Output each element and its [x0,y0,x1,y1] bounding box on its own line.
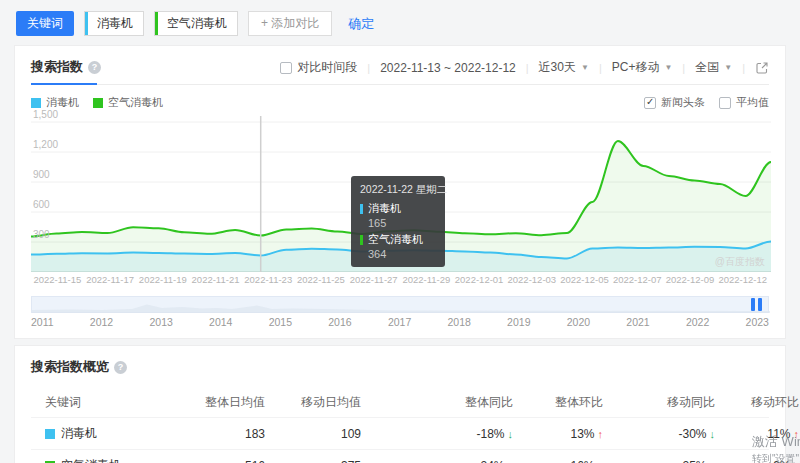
trend-cell: 24%↑ [480,459,513,463]
x-axis-label: 2022-11-23 [242,274,295,289]
time-range-select[interactable]: 近30天 ▼ [539,59,589,76]
year-label: 2016 [328,316,351,330]
active-tab-indicator [31,83,97,85]
device-select[interactable]: PC+移动 ▼ [612,59,673,76]
overall-avg-cell: 516 [199,459,265,463]
table-header-row: 关键词 整体日均值 移动日均值 整体同比 整体环比 移动同比 移动环比 [31,388,769,417]
trend-cell: 16%↑ [570,459,603,463]
keyword-input-1-value: 消毒机 [97,15,133,32]
compare-period-checkbox[interactable]: 对比时间段 [280,59,357,76]
timeline-minichart [32,298,770,313]
tooltip-series-2-value: 364 [368,248,436,260]
legend-item-2[interactable]: 空气消毒机 [93,95,163,110]
table-row[interactable]: 消毒机 183 109 -18%↓ 13%↑ -30%↓ 11%↑ [31,417,769,449]
chart-legend: 消毒机 空气消毒机 [31,95,163,110]
legend-row: 消毒机 空气消毒机 新闻头条 平均值 [31,95,769,110]
year-label: 2019 [507,316,530,330]
news-headlines-label: 新闻头条 [661,95,705,110]
add-compare-button[interactable]: + 添加对比 [248,11,332,36]
col-overall-daily-avg: 整体日均值 [199,394,265,411]
keyword-input-1[interactable]: 消毒机 [84,11,144,36]
divider: | [682,62,685,74]
keyword-cell: 空气消毒机 [61,457,121,463]
year-label: 2014 [209,316,232,330]
watermark-line-1: 激活 Win [752,433,800,451]
year-label: 2022 [686,316,709,330]
year-label: 2018 [448,316,471,330]
checkbox-icon[interactable] [280,62,292,74]
y-axis-tick: 1,200 [33,139,58,150]
region-value: 全国 [695,59,719,76]
chart-options: 新闻头条 平均值 [644,95,769,110]
table-row[interactable]: 空气消毒机 516 375 24%↑ 16%↑ 25%↑ 9%↑ [31,449,769,463]
x-axis-label: 2022-12-05 [558,274,611,289]
panel-header: 搜索指数 ? 对比时间段 | 2022-11-13 ~ 2022-12-12 |… [31,58,769,85]
x-axis-label: 2022-12-09 [664,274,717,289]
keyword-color-accent [155,12,158,35]
series-color-bar [360,235,363,245]
checkbox-icon[interactable] [719,97,731,109]
confirm-link[interactable]: 确定 [348,15,374,33]
overview-title: 搜索指数概览 [31,358,109,376]
year-label: 2021 [626,316,649,330]
mobile-avg-cell: 109 [265,427,361,441]
overall-avg-cell: 183 [199,427,265,441]
export-icon[interactable] [755,61,769,75]
compare-period-label: 对比时间段 [297,59,357,76]
watermark-line-2: 转到"设置"以 [752,452,800,463]
tooltip-series-name: 空气消毒机 [368,232,423,247]
timeline-slider[interactable] [31,296,769,313]
tooltip-date: 2022-11-22 星期二 [360,183,436,197]
keyword-button[interactable]: 关键词 [16,11,74,36]
x-axis-label: 2022-12-12 [716,274,769,289]
x-axis-labels: 2022-11-152022-11-172022-11-192022-11-21… [31,274,769,289]
average-checkbox[interactable]: 平均值 [719,95,769,110]
legend-item-1[interactable]: 消毒机 [31,95,79,110]
x-axis-label: 2022-11-27 [347,274,400,289]
help-icon[interactable]: ? [114,361,127,374]
x-axis-label: 2022-11-19 [136,274,189,289]
year-label: 2017 [388,316,411,330]
slider-handle-right[interactable] [758,298,762,311]
tab-search-index[interactable]: 搜索指数 ? [31,58,101,76]
tooltip-series-2: 空气消毒机 [360,232,436,247]
index-overview-panel: 搜索指数概览 ? 关键词 整体日均值 移动日均值 整体同比 整体环比 移动同比 … [14,345,786,463]
col-mobile-daily-avg: 移动日均值 [265,394,361,411]
chart-tooltip: 2022-11-22 星期二 消毒机 165 空气消毒机 364 [351,176,445,267]
divider: | [367,62,370,74]
keyword-toolbar: 关键词 消毒机 空气消毒机 + 添加对比 确定 [0,0,800,45]
keyword-input-2[interactable]: 空气消毒机 [154,11,238,36]
average-label: 平均值 [736,95,769,110]
news-headlines-checkbox[interactable]: 新闻头条 [644,95,705,110]
mobile-avg-cell: 375 [265,459,361,463]
time-range-value: 近30天 [539,59,576,76]
keyword-color-accent [85,12,88,35]
x-axis-label: 2022-11-25 [295,274,348,289]
date-range-picker[interactable]: 2022-11-13 ~ 2022-12-12 [380,61,516,75]
slider-handle-left[interactable] [751,298,755,311]
keyword-input-2-value: 空气消毒机 [167,15,227,32]
chevron-down-icon: ▼ [581,63,589,72]
col-overall-yoy: 整体同比 [361,394,513,411]
baidu-index-watermark: @百度指数 [715,255,765,269]
chevron-down-icon: ▼ [664,63,672,72]
trend-cell: 13%↑ [570,427,603,441]
divider: | [742,62,745,74]
x-axis-label: 2022-11-15 [31,274,84,289]
date-range-value: 2022-11-13 ~ 2022-12-12 [380,61,516,75]
keyword-swatch [45,429,55,439]
help-icon[interactable]: ? [88,61,101,74]
region-select[interactable]: 全国 ▼ [695,59,732,76]
tooltip-series-name: 消毒机 [368,201,401,216]
trend-chart-area[interactable]: 3006009001,2001,500 @百度指数 2022-11-22 星期二… [31,114,769,272]
x-axis-label: 2022-11-17 [84,274,137,289]
slider-handles [751,298,762,311]
col-keyword: 关键词 [31,394,199,411]
legend-label: 消毒机 [46,95,79,110]
col-mobile-mom: 移动环比 [715,394,799,411]
x-axis-label: 2022-12-03 [505,274,558,289]
legend-swatch [93,98,103,108]
checkbox-checked-icon[interactable] [644,97,656,109]
keyword-cell: 消毒机 [61,425,97,442]
x-axis-label: 2022-12-01 [453,274,506,289]
